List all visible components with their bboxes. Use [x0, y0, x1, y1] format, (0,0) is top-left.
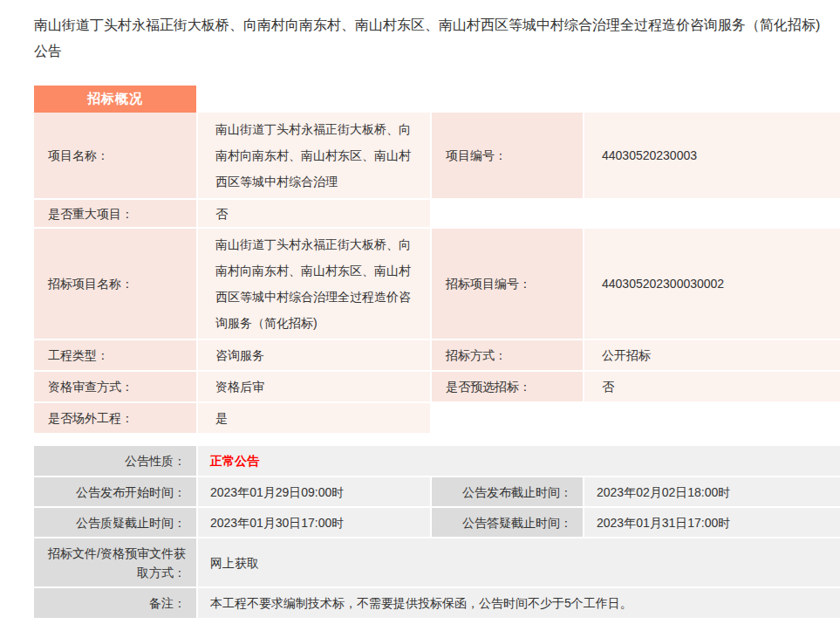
label-project-name: 项目名称：: [34, 113, 196, 198]
label-tender-method: 招标方式：: [432, 340, 583, 370]
label-answer-deadline: 公告答疑截止时间：: [432, 508, 583, 537]
label-tender-project-no: 招标项目编号：: [432, 229, 583, 339]
label-is-major-project: 是否重大项目：: [34, 200, 196, 227]
tender-overview-table: 项目名称： 南山街道丁头村永福正街大板桥、向南村向南东村、南山村东区、南山村西区…: [34, 113, 840, 433]
label-doc-obtain-method: 招标文件/资格预审文件获取方式：: [34, 538, 196, 586]
value-publish-end-time: 2023年02月02日18:00时: [584, 477, 840, 506]
page-title: 南山街道丁头村永福正街大板桥、向南村向南东村、南山村东区、南山村西区等城中村综合…: [34, 12, 824, 65]
value-project-no: 44030520230003: [584, 113, 840, 198]
empty-cell: [584, 403, 840, 433]
label-publish-start-time: 公告发布开始时间：: [34, 477, 196, 506]
value-project-type: 咨询服务: [198, 340, 430, 370]
value-remark: 本工程不要求编制技术标，不需要提供投标保函，公告时间不少于5个工作日。: [198, 588, 840, 618]
value-qualification-review: 资格后审: [198, 372, 430, 401]
empty-cell: [432, 200, 583, 227]
value-tender-method: 公开招标: [584, 340, 840, 370]
value-tender-project-name: 南山街道丁头村永福正街大板桥、向南村向南东村、南山村东区、南山村西区等城中村综合…: [198, 229, 430, 339]
label-offsite-project: 是否场外工程：: [34, 403, 196, 433]
label-notice-nature: 公告性质：: [34, 446, 196, 476]
empty-cell: [584, 200, 840, 227]
value-question-deadline: 2023年01月30日17:00时: [198, 508, 430, 537]
label-question-deadline: 公告质疑截止时间：: [34, 508, 196, 537]
value-project-name: 南山街道丁头村永福正街大板桥、向南村向南东村、南山村东区、南山村西区等城中村综合…: [198, 113, 430, 198]
value-doc-obtain-method: 网上获取: [198, 538, 840, 586]
empty-cell: [432, 403, 583, 433]
label-project-type: 工程类型：: [34, 340, 196, 370]
value-publish-start-time: 2023年01月29日09:00时: [198, 477, 430, 506]
tender-announcement-page: 南山街道丁头村永福正街大板桥、向南村向南东村、南山村东区、南山村西区等城中村综合…: [0, 12, 840, 624]
value-notice-nature: 正常公告: [210, 448, 259, 474]
tab-tender-overview[interactable]: 招标概况: [34, 86, 196, 113]
label-preselect-tender: 是否预选招标：: [432, 372, 583, 401]
label-publish-end-time: 公告发布截止时间：: [432, 477, 583, 506]
label-tender-project-name: 招标项目名称：: [34, 229, 196, 339]
value-tender-project-no: 440305202300030002: [584, 229, 840, 339]
label-project-no: 项目编号：: [432, 113, 583, 198]
label-qualification-review: 资格审查方式：: [34, 372, 196, 401]
value-is-major-project: 否: [198, 200, 430, 227]
value-offsite-project: 是: [198, 403, 430, 433]
label-remark: 备注：: [34, 588, 196, 618]
value-preselect-tender: 否: [584, 372, 840, 401]
announcement-info-table: 公告性质： 正常公告 公告发布开始时间： 2023年01月29日09:00时 公…: [34, 446, 840, 618]
value-answer-deadline: 2023年01月31日17:00时: [584, 508, 840, 537]
